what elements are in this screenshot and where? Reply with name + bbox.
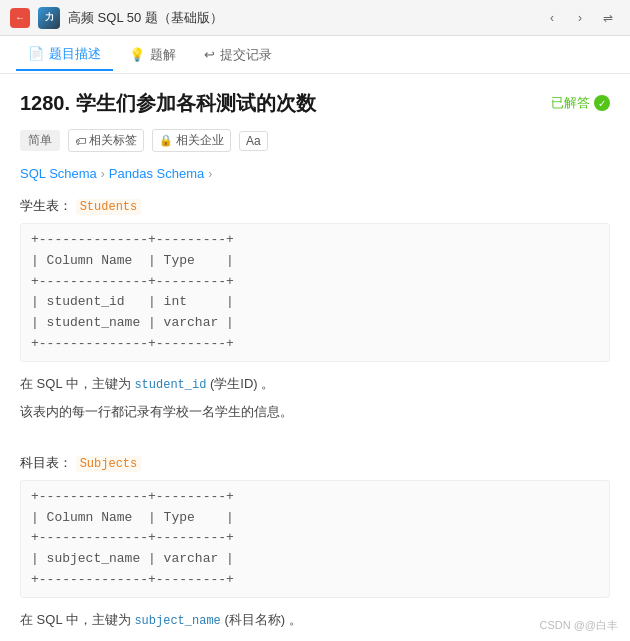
subjects-key-code: subject_name (134, 614, 220, 628)
lock-icon: 🔒 (159, 134, 173, 147)
nav-buttons: ‹ › ⇌ (540, 6, 620, 30)
students-label-text: 学生表： (20, 198, 72, 213)
tab-description-label: 题目描述 (49, 45, 101, 63)
tags-row: 简单 🏷 相关标签 🔒 相关企业 Aa (20, 129, 610, 152)
pandas-schema-link[interactable]: Pandas Schema (109, 166, 204, 181)
related-tags-button[interactable]: 🏷 相关标签 (68, 129, 144, 152)
tag-icon: 🏷 (75, 135, 86, 147)
subjects-desc1: 在 SQL 中，主键为 subject_name (科目名称) 。 (20, 608, 610, 633)
schema-arrow-2: › (208, 167, 212, 181)
students-key-label: (学生ID) (210, 376, 258, 391)
window-title: 高频 SQL 50 题（基础版） (68, 9, 532, 27)
status-check-icon: ✓ (594, 95, 610, 111)
description-icon: 📄 (28, 46, 44, 61)
tab-solution[interactable]: 💡 题解 (117, 40, 188, 70)
tab-solution-label: 题解 (150, 46, 176, 64)
students-schema-table: +--------------+---------+ | Column Name… (20, 223, 610, 362)
problem-title: 1280. 学生们参加各科测试的次数 (20, 90, 316, 117)
subjects-table-name: Subjects (76, 456, 142, 472)
students-desc2: 该表内的每一行都记录有学校一名学生的信息。 (20, 400, 610, 423)
related-tags-label: 相关标签 (89, 132, 137, 149)
status-label: 已解答 (551, 94, 590, 112)
spacer (20, 444, 610, 454)
title-bar: ← 力 高频 SQL 50 题（基础版） ‹ › ⇌ (0, 0, 630, 36)
font-label: Aa (246, 134, 261, 148)
schema-arrow-1: › (101, 167, 105, 181)
subjects-section: 科目表： Subjects +--------------+---------+… (20, 454, 610, 641)
company-button[interactable]: 🔒 相关企业 (152, 129, 231, 152)
app-icon: 力 (38, 7, 60, 29)
tab-bar: 📄 题目描述 💡 题解 ↩ 提交记录 (0, 36, 630, 74)
schema-nav: SQL Schema › Pandas Schema › (20, 166, 610, 181)
sql-schema-label: SQL Schema (20, 166, 97, 181)
problem-title-row: 1280. 学生们参加各科测试的次数 已解答 ✓ (20, 90, 610, 117)
students-desc1: 在 SQL 中，主键为 student_id (学生ID) 。 (20, 372, 610, 397)
footer-text: CSDN @@白丰 (539, 619, 618, 631)
problem-number: 1280. (20, 92, 70, 114)
company-label: 相关企业 (176, 132, 224, 149)
subjects-label: 科目表： Subjects (20, 454, 610, 472)
problem-name: 学生们参加各科测试的次数 (76, 92, 316, 114)
subjects-key-label: (科目名称) (224, 612, 285, 627)
sql-schema-link[interactable]: SQL Schema (20, 166, 97, 181)
font-button[interactable]: Aa (239, 131, 268, 151)
footer: CSDN @@白丰 (539, 618, 618, 633)
students-table-name: Students (76, 199, 142, 215)
problem-status: 已解答 ✓ (551, 94, 610, 112)
students-key-code: student_id (134, 378, 206, 392)
solution-icon: 💡 (129, 47, 145, 62)
shuffle-button[interactable]: ⇌ (596, 6, 620, 30)
main-content: 1280. 学生们参加各科测试的次数 已解答 ✓ 简单 🏷 相关标签 🔒 相关企… (0, 74, 630, 641)
subjects-schema-table: +--------------+---------+ | Column Name… (20, 480, 610, 598)
next-button[interactable]: › (568, 6, 592, 30)
students-section: 学生表： Students +--------------+---------+… (20, 197, 610, 424)
tab-history[interactable]: ↩ 提交记录 (192, 40, 284, 70)
tab-history-label: 提交记录 (220, 46, 272, 64)
history-icon: ↩ (204, 47, 215, 62)
subjects-desc2: 每一行记录学校的一门科目名称。 (20, 636, 610, 641)
back-icon[interactable]: ← (10, 8, 30, 28)
difficulty-tag: 简单 (20, 130, 60, 151)
pandas-schema-label: Pandas Schema (109, 166, 204, 181)
subjects-label-text: 科目表： (20, 455, 72, 470)
prev-button[interactable]: ‹ (540, 6, 564, 30)
tab-description[interactable]: 📄 题目描述 (16, 39, 113, 71)
students-label: 学生表： Students (20, 197, 610, 215)
